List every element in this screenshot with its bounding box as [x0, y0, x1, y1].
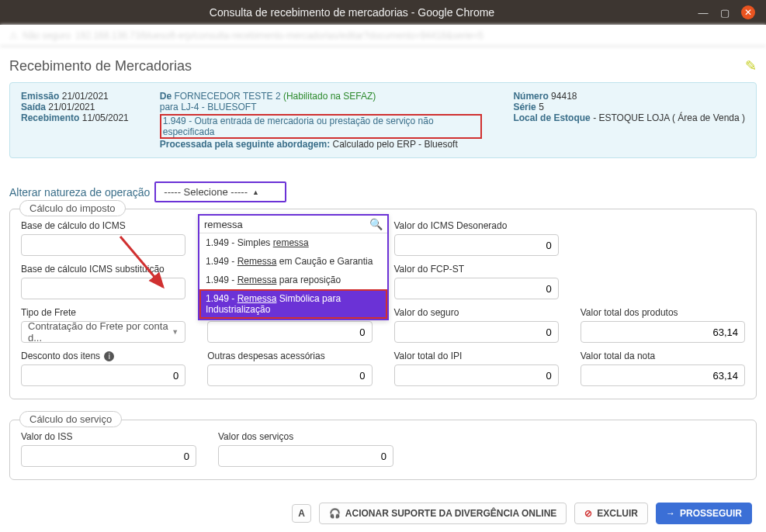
page-title: Recebimento de Mercadorias — [9, 58, 192, 74]
dropdown-option-2[interactable]: 1.949 - Remessa em Caução e Garantia — [199, 252, 387, 271]
dropdown-option-1[interactable]: 1.949 - Simples remessa — [199, 233, 387, 252]
chevron-down-icon: ▼ — [172, 328, 179, 336]
natureza-select-placeholder: ----- Selecione ----- — [164, 186, 248, 198]
valor-icms-deson-label: Valor do ICMS Desonerado — [394, 220, 559, 231]
valor-total-ipi-input[interactable] — [394, 364, 559, 386]
desconto-itens-input[interactable] — [21, 364, 185, 386]
browser-url-bar[interactable]: ⚠ Não seguro 192.168.138.73/bluesoft-erp… — [0, 25, 766, 47]
prosseguir-label: PROSSEGUIR — [680, 508, 742, 519]
suporte-label: ACIONAR SUPORTE DA DIVERGÊNCIA ONLINE — [345, 508, 556, 519]
desconto-itens-label: Desconto dos itens i — [21, 351, 185, 361]
x-circle-icon: ⊘ — [584, 508, 592, 519]
emissao-label: Emissão — [21, 91, 59, 102]
font-size-button[interactable]: A — [292, 504, 311, 523]
saida-label: Saída — [21, 102, 46, 112]
summary-panel: Emissão 21/01/2021 Saída 21/01/2021 Rece… — [9, 82, 757, 158]
processada-label: Processada pela seguinte abordagem: — [160, 139, 330, 150]
minimize-icon[interactable]: — — [698, 7, 709, 18]
arrow-right-icon: → — [666, 508, 675, 519]
dropdown-option-4[interactable]: 1.949 - Remessa Simbólica para Industria… — [199, 289, 387, 319]
headset-icon: 🎧 — [329, 508, 341, 519]
url-text: 192.168.138.73/bluesoft-erp/consulta-rec… — [75, 30, 484, 41]
window-titlebar: Consulta de recebimento de mercadorias -… — [0, 0, 766, 25]
valor-iss-label: Valor do ISS — [21, 431, 196, 442]
valor-total-prod-input[interactable] — [581, 321, 745, 343]
valor-iss-input[interactable] — [21, 445, 196, 467]
natureza-dropdown: 🔍 1.949 - Simples remessa 1.949 - Remess… — [198, 214, 389, 320]
processada-value: Calculado pelo ERP - Bluesoft — [333, 139, 458, 150]
tipo-frete-label: Tipo de Frete — [21, 307, 185, 318]
tipo-frete-select[interactable]: Contratação do Frete por conta d... ▼ — [21, 321, 185, 343]
base-icms-input[interactable] — [21, 234, 185, 256]
cfop-text: 1.949 - Outra entrada de mercadoria ou p… — [163, 116, 434, 137]
base-icms-st-input[interactable] — [21, 278, 185, 299]
valor-fcp-st-input[interactable] — [394, 278, 559, 299]
excluir-label: EXCLUIR — [597, 508, 638, 519]
font-icon: A — [298, 508, 305, 519]
cfop-highlight: 1.949 - Outra entrada de mercadoria ou p… — [160, 114, 483, 139]
valor-total-nota-input[interactable] — [581, 364, 745, 386]
serie-value: 5 — [539, 102, 544, 112]
window-controls: — ▢ ✕ — [698, 5, 760, 19]
valor-icms-deson-input[interactable] — [394, 234, 559, 256]
para-value[interactable]: LJ-4 - BLUESOFT — [181, 102, 256, 112]
recebimento-value: 11/05/2021 — [82, 112, 129, 123]
calculo-servico-fieldset: Cálculo do serviço Valor do ISS Valor do… — [9, 420, 757, 480]
excluir-button[interactable]: ⊘EXCLUIR — [574, 503, 648, 524]
valor-frete-input[interactable] — [207, 321, 372, 343]
sefaz-status: (Habilitado na SEFAZ) — [283, 91, 376, 102]
valor-servicos-input[interactable] — [218, 445, 393, 467]
valor-seguro-input[interactable] — [394, 321, 559, 343]
serie-label: Série — [513, 102, 536, 112]
footer-actions: A 🎧ACIONAR SUPORTE DA DIVERGÊNCIA ONLINE… — [0, 503, 766, 524]
local-value: - ESTOQUE LOJA ( Área de Venda ) — [593, 112, 745, 123]
recebimento-label: Recebimento — [21, 112, 79, 123]
info-icon[interactable]: i — [104, 351, 114, 361]
numero-label: Número — [513, 91, 548, 102]
saida-value: 21/01/2021 — [48, 102, 95, 112]
close-icon[interactable]: ✕ — [741, 5, 755, 19]
window-title: Consulta de recebimento de mercadorias -… — [6, 6, 698, 19]
numero-value: 94418 — [551, 91, 577, 102]
prosseguir-button[interactable]: →PROSSEGUIR — [656, 503, 752, 524]
maximize-icon[interactable]: ▢ — [719, 7, 730, 18]
dropdown-option-3[interactable]: 1.949 - Remessa para reposição — [199, 271, 387, 289]
valor-total-nota-label: Valor total da nota — [581, 351, 745, 361]
valor-seguro-label: Valor do seguro — [394, 307, 559, 318]
dropdown-search-row: 🔍 — [199, 216, 387, 233]
base-icms-st-label: Base de cálculo ICMS substituição — [21, 264, 185, 275]
calculo-imposto-legend: Cálculo do imposto — [19, 200, 126, 216]
valor-servicos-label: Valor dos serviços — [218, 431, 393, 442]
pencil-icon[interactable]: ✎ — [745, 57, 757, 74]
tipo-frete-value: Contratação do Frete por conta d... — [28, 320, 172, 344]
natureza-select[interactable]: ----- Selecione ----- ▲ — [154, 181, 286, 202]
valor-total-ipi-label: Valor total do IPI — [394, 351, 559, 361]
search-icon[interactable]: 🔍 — [369, 218, 383, 230]
base-icms-label: Base de cálculo do ICMS — [21, 220, 185, 231]
emissao-value: 21/01/2021 — [62, 91, 109, 102]
fornecedor-link[interactable]: FORNECEDOR TESTE 2 — [174, 91, 280, 102]
valor-fcp-st-label: Valor do FCP-ST — [394, 264, 559, 275]
outras-desp-label: Outras despesas acessórias — [207, 351, 372, 361]
chevron-up-icon: ▲ — [252, 188, 259, 196]
valor-total-prod-label: Valor total dos produtos — [581, 307, 745, 318]
insecure-label: Não seguro — [23, 30, 71, 41]
outras-desp-input[interactable] — [207, 364, 372, 386]
suporte-button[interactable]: 🎧ACIONAR SUPORTE DA DIVERGÊNCIA ONLINE — [319, 503, 567, 524]
de-label: De — [160, 91, 172, 102]
alterar-natureza-label: Alterar natureza de operação — [9, 186, 150, 199]
calculo-servico-legend: Cálculo do serviço — [19, 411, 122, 427]
local-label: Local de Estoque — [513, 112, 590, 123]
para-label: para — [160, 102, 179, 112]
dropdown-search-input[interactable] — [204, 219, 369, 230]
